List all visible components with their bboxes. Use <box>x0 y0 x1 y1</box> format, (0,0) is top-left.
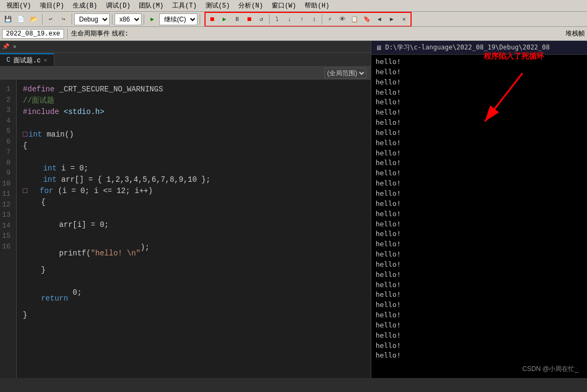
include-keyword: #include <box>23 106 64 118</box>
code-line-4 <box>23 118 364 129</box>
menu-team[interactable]: 团队(M) <box>135 0 168 11</box>
indent-9 <box>23 174 41 186</box>
menu-debug[interactable]: 调试(D) <box>102 0 135 11</box>
define-value: _CRT_SECURE_NO_WARNINGS <box>59 84 163 95</box>
menu-window[interactable]: 窗口(W) <box>267 0 301 11</box>
code-panel: 📌 ✕ C 面试题.c ✕ (全局范围) 1 2 3 4 5 <box>0 41 371 378</box>
debug-stop2-btn[interactable]: ⏹ <box>243 13 255 25</box>
annotation-text: 程序陷入了死循环 <box>484 52 544 61</box>
console-hello-line: hello! <box>376 168 583 179</box>
ln-11: 11 <box>2 189 14 199</box>
code-line-6: { <box>23 140 364 152</box>
console-hello-line: hello! <box>376 280 583 290</box>
bk-btn[interactable]: 🔖 <box>361 13 373 25</box>
code-line-10: □ for (i = 0; i <= 12; i++) <box>23 186 364 197</box>
console-hello-line: hello! <box>376 270 583 280</box>
collapse-icon-2: □ <box>23 186 27 197</box>
exe-label: 2022_08_19.exe <box>2 29 64 39</box>
nav-fwd-btn[interactable]: ▶ <box>386 13 398 25</box>
code-line-8: int i = 0; <box>23 163 364 174</box>
menu-project[interactable]: 项目(P) <box>36 0 69 11</box>
sep3 <box>112 14 112 25</box>
stack-label: 堆栈帧 <box>565 29 585 38</box>
platform-dropdown[interactable]: x86 <box>115 13 142 25</box>
undo-btn[interactable]: ↩ <box>45 13 56 25</box>
debug-pause-btn[interactable]: ⏸ <box>231 13 243 25</box>
indent-10 <box>29 186 38 197</box>
redo-btn[interactable]: ↪ <box>58 13 69 25</box>
new-btn[interactable]: 📄 <box>15 13 27 25</box>
sep5 <box>200 14 200 25</box>
console-hello-line: hello! <box>376 239 583 250</box>
step-out-btn[interactable]: ↑ <box>296 13 308 25</box>
console-hello-line: hello! <box>376 138 583 148</box>
code-line-7 <box>23 152 364 163</box>
collapse-icon: □ <box>23 129 27 140</box>
mem-btn[interactable]: 📋 <box>349 13 360 25</box>
step-over-btn[interactable]: ⤵ <box>271 13 283 25</box>
code-area: 1 2 3 4 5 6 7 8 9 10 11 12 13 14 15 16 <box>0 80 371 378</box>
menu-help[interactable]: 帮助(H) <box>300 0 334 11</box>
menu-analyze[interactable]: 分析(N) <box>234 0 267 11</box>
step-nav-btn[interactable]: ↕ <box>308 13 320 25</box>
watch-btn[interactable]: 👁 <box>336 13 348 25</box>
debug-stop-btn[interactable]: ⏹ <box>206 13 218 25</box>
sep2 <box>72 14 72 25</box>
console-hello-line: hello! <box>376 158 583 168</box>
continue-dropdown[interactable]: 继续(C) <box>159 13 197 25</box>
code-line-5: □int main() <box>23 129 364 140</box>
thread-label: 线程: <box>112 29 129 38</box>
code-line-15: return 0; <box>23 287 364 310</box>
console-header: 🖥 D:\学习\c-language\2022_08_19\Debug\2022… <box>371 41 587 55</box>
console-hello-line: hello! <box>376 300 583 310</box>
console-hello-line: hello! <box>376 189 583 199</box>
console-hello-line: hello! <box>376 250 583 260</box>
annotation-arrow-svg <box>469 68 533 132</box>
ln-3: 3 <box>2 105 14 116</box>
close-panel-btn[interactable]: ✕ <box>398 13 410 25</box>
line-numbers: 1 2 3 4 5 6 7 8 9 10 11 12 13 14 15 16 <box>0 80 17 378</box>
ln-9: 9 <box>2 168 14 179</box>
code-line-14: } <box>23 265 364 287</box>
debug-restart-btn[interactable]: ↺ <box>256 13 267 25</box>
scope-dropdown[interactable]: (全局范围) <box>324 68 366 79</box>
ln-4: 4 <box>2 116 14 126</box>
svg-line-1 <box>485 73 522 122</box>
console-hello-line: hello! <box>376 351 583 361</box>
ln-5: 5 <box>2 126 14 137</box>
string-hello: "hello! \n" <box>91 248 140 259</box>
run-btn[interactable]: ▶ <box>146 13 158 25</box>
debug-play-btn[interactable]: ▶ <box>218 13 230 25</box>
code-tab[interactable]: C 面试题.c ✕ <box>0 53 54 66</box>
watermark: CSDN @小周在忙_ <box>522 365 578 374</box>
console-hello-line: hello! <box>376 57 583 67</box>
menu-bar: 视图(V) 项目(P) 生成(B) 调试(D) 团队(M) 工具(T) 测试(S… <box>0 0 587 12</box>
main-content: 📌 ✕ C 面试题.c ✕ (全局范围) 1 2 3 4 5 <box>0 41 587 378</box>
sep6 <box>269 14 270 25</box>
tab-label: 面试题.c <box>13 56 40 65</box>
close-panel-icon[interactable]: ✕ <box>13 43 17 50</box>
indent-14 <box>23 270 41 282</box>
define-keyword: #define <box>23 84 59 95</box>
open-btn[interactable]: 📂 <box>28 13 40 25</box>
pin-icon[interactable]: 📌 <box>2 43 10 50</box>
console-hello-line: hello! <box>376 320 583 331</box>
menu-tools[interactable]: 工具(T) <box>168 0 201 11</box>
nav-back-btn[interactable]: ◀ <box>373 13 385 25</box>
config-dropdown[interactable]: Debug <box>74 13 110 25</box>
save-btn[interactable]: 💾 <box>2 13 14 25</box>
menu-view[interactable]: 视图(V) <box>2 0 36 11</box>
code-i: i = 0; <box>56 163 88 174</box>
code-line-11: { <box>23 197 364 219</box>
tab-close[interactable]: ✕ <box>44 57 47 63</box>
code-content[interactable]: #define _CRT_SECURE_NO_WARNINGS //面试题 #i… <box>17 80 371 378</box>
bp-btn[interactable]: ⚡ <box>324 13 336 25</box>
int-kw-8: int <box>43 163 56 174</box>
console-path: D:\学习\c-language\2022_08_19\Debug\2022_0… <box>385 43 550 52</box>
menu-test[interactable]: 测试(S) <box>201 0 235 11</box>
console-hello-line: hello! <box>376 341 583 351</box>
step-into-btn[interactable]: ↓ <box>284 13 295 25</box>
return-kw: return <box>41 293 68 304</box>
code-line-3: #include <stdio.h> <box>23 106 364 118</box>
menu-build[interactable]: 生成(B) <box>68 0 102 11</box>
